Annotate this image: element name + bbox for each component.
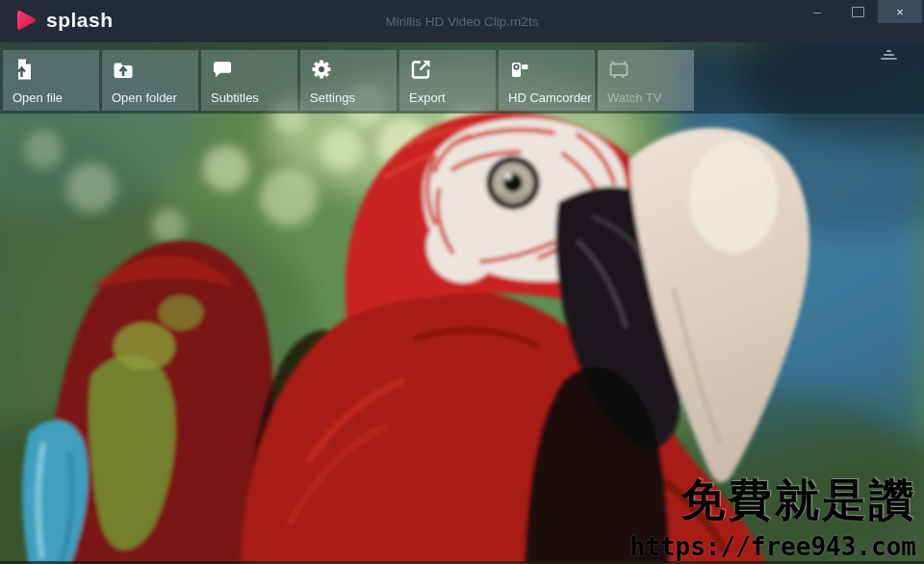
subtitles-button[interactable]: Subtitles [201,50,297,111]
maximize-button[interactable] [837,0,878,23]
watermark-url: https://free943.com [630,533,916,561]
collapse-toolbar-icon[interactable] [880,50,897,62]
button-label: Export [409,90,446,105]
watch-tv-icon [607,58,630,81]
button-label: Subtitles [211,90,259,105]
open-folder-button[interactable]: Open folder [102,50,198,111]
settings-button[interactable]: Settings [300,50,397,111]
hd-camcorder-icon [508,58,531,81]
button-label: HD Camcorder [508,90,592,105]
window-controls: – × [797,0,922,23]
button-label: Watch TV [607,90,661,105]
button-label: Open folder [112,90,177,105]
watch-tv-button[interactable]: Watch TV [598,50,694,111]
export-button[interactable]: Export [399,50,496,111]
video-display-area[interactable]: 免費就是讚 https://free943.com [0,42,924,564]
logo-wordmark: splash [46,9,114,32]
export-icon [409,58,432,81]
maximize-icon [852,7,864,17]
open-file-button[interactable]: Open file [3,50,99,111]
hd-camcorder-button[interactable]: HD Camcorder [499,50,595,111]
close-button[interactable]: × [878,0,922,23]
play-triangle-icon [15,10,37,31]
minimize-button[interactable]: – [797,0,837,23]
open-folder-icon [112,58,135,81]
window-title: Mirillis HD Video Clip.m2ts [0,0,924,42]
title-bar: splash Mirillis HD Video Clip.m2ts – × [0,0,924,42]
splash-player-window: { "window": { "logo_text": "splash", "ti… [0,0,924,564]
main-toolbar: Open file Open folder Subtitles Settings [0,42,924,114]
button-label: Settings [310,90,355,105]
settings-icon [310,58,333,81]
subtitles-icon [211,58,234,81]
button-label: Open file [13,90,63,105]
splash-logo: splash [15,9,114,32]
watermark-text: 免費就是讚 [680,477,916,522]
open-file-icon [13,58,36,81]
